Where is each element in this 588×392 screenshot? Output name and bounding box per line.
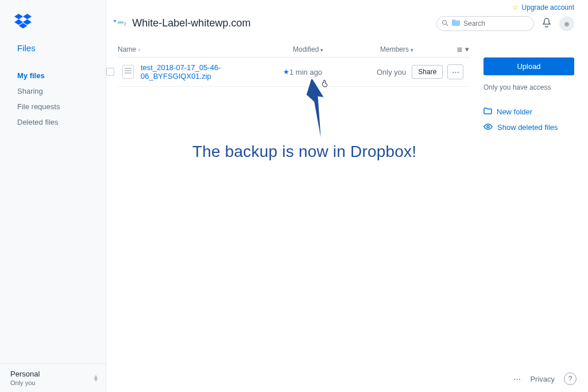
topbar-controls: ☻ bbox=[436, 16, 574, 31]
upgrade-link[interactable]: ☆ Upgrade account bbox=[512, 3, 574, 11]
help-icon[interactable]: ? bbox=[564, 372, 577, 385]
file-modified: 1 min ago bbox=[289, 68, 377, 76]
svg-point-5 bbox=[443, 20, 447, 24]
sidebar-section-files[interactable]: Files bbox=[0, 37, 106, 59]
access-text: Only you have access bbox=[483, 83, 574, 91]
folder-icon bbox=[483, 107, 492, 116]
column-modified[interactable]: Modified▾ bbox=[293, 45, 380, 53]
row-checkbox[interactable] bbox=[106, 68, 114, 76]
breadcrumb-current: White-Label-whitewp.com bbox=[132, 17, 250, 29]
right-panel: Upload Only you have access New folder S… bbox=[483, 57, 574, 135]
ellipsis-icon: ⋯ bbox=[452, 68, 459, 76]
new-folder-label: New folder bbox=[497, 107, 532, 116]
zip-file-icon bbox=[122, 65, 134, 79]
list-view-toggle[interactable]: ≣ ▾ bbox=[457, 45, 469, 53]
sidebar: Files My files Sharing File requests Del… bbox=[0, 0, 106, 392]
star-icon[interactable]: ★ bbox=[283, 68, 289, 76]
column-members[interactable]: Members▾ bbox=[380, 45, 457, 53]
new-folder-action[interactable]: New folder bbox=[483, 104, 574, 120]
eye-icon bbox=[483, 123, 493, 132]
search-icon bbox=[442, 20, 448, 28]
footer: ⋯ Privacy ? bbox=[513, 372, 577, 385]
chevron-down-icon: ▾ bbox=[411, 47, 413, 53]
bell-icon[interactable] bbox=[542, 18, 551, 30]
sort-asc-icon: ↑ bbox=[138, 47, 141, 53]
footer-more-icon[interactable]: ⋯ bbox=[513, 375, 521, 383]
svg-marker-1 bbox=[23, 14, 32, 20]
show-deleted-action[interactable]: Show deleted files bbox=[483, 120, 574, 135]
table-row[interactable]: test_2018-07-17_05-46-06_BYFSGIQX01.zip … bbox=[118, 57, 469, 87]
show-deleted-label: Show deleted files bbox=[497, 123, 558, 132]
chevron-updown-icon: ▲▼ bbox=[93, 375, 99, 382]
svg-point-7 bbox=[487, 126, 489, 128]
chevron-down-icon: ▾ bbox=[320, 47, 323, 53]
breadcrumb: › White-Label-whitewp.com bbox=[118, 17, 250, 29]
sidebar-item-file-requests[interactable]: File requests bbox=[0, 99, 106, 114]
sidebar-item-deleted-files[interactable]: Deleted files bbox=[0, 114, 106, 130]
column-name[interactable]: Name↑ bbox=[118, 45, 293, 53]
annotation-arrow-icon bbox=[304, 79, 333, 144]
folder-icon bbox=[452, 20, 460, 28]
upload-button[interactable]: Upload bbox=[483, 57, 574, 75]
svg-line-6 bbox=[446, 24, 448, 26]
file-members: Only you bbox=[377, 68, 406, 76]
account-switcher[interactable]: Personal Only you ▲▼ bbox=[0, 363, 106, 392]
annotation-text: The backup is now in Dropbox! bbox=[192, 143, 416, 161]
account-name: Personal bbox=[10, 370, 40, 378]
sidebar-item-my-files[interactable]: My files bbox=[0, 68, 106, 83]
chevron-right-icon: › bbox=[123, 18, 126, 29]
search-box[interactable] bbox=[436, 16, 534, 31]
share-button[interactable]: Share bbox=[412, 65, 443, 79]
upgrade-label: Upgrade account bbox=[522, 3, 574, 11]
more-button[interactable]: ⋯ bbox=[447, 64, 463, 79]
privacy-link[interactable]: Privacy bbox=[530, 375, 555, 383]
star-icon: ☆ bbox=[512, 3, 519, 11]
column-headers: Name↑ Modified▾ Members▾ ≣ ▾ bbox=[118, 43, 469, 57]
file-name[interactable]: test_2018-07-17_05-46-06_BYFSGIQX01.zip bbox=[141, 63, 278, 80]
sidebar-item-sharing[interactable]: Sharing bbox=[0, 83, 106, 99]
sidebar-nav: My files Sharing File requests Deleted f… bbox=[0, 68, 106, 130]
account-subtext: Only you bbox=[10, 379, 40, 386]
file-list: Name↑ Modified▾ Members▾ ≣ ▾ test_2018-0… bbox=[118, 43, 469, 87]
svg-marker-0 bbox=[14, 14, 23, 20]
avatar[interactable]: ☻ bbox=[559, 16, 574, 31]
search-input[interactable] bbox=[463, 20, 550, 28]
dropbox-logo[interactable] bbox=[0, 0, 106, 37]
